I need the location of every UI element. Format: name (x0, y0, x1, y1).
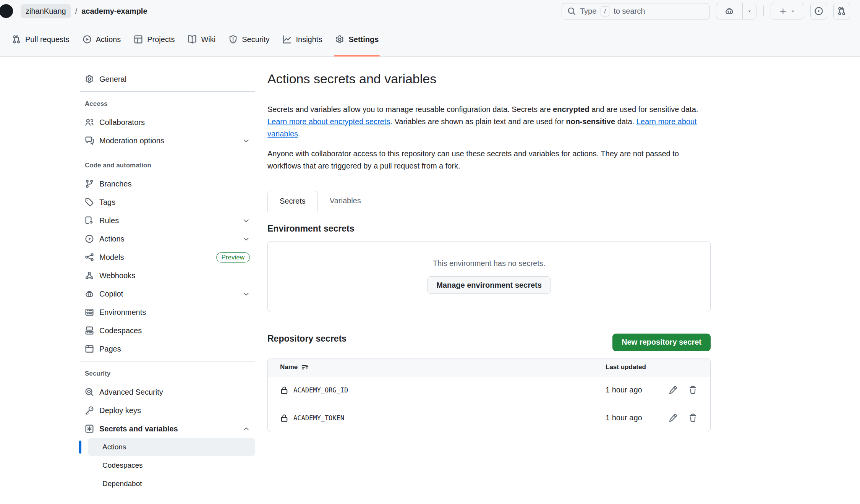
sidebar-item-advanced-security[interactable]: Advanced Security (80, 383, 255, 401)
delete-secret-button[interactable] (685, 410, 700, 426)
copilot-icon[interactable] (716, 3, 742, 19)
sidebar-item-general[interactable]: General (80, 70, 255, 88)
sidebar-item-webhooks[interactable]: Webhooks (80, 266, 255, 285)
link-encrypted-secrets[interactable]: Learn more about encrypted secrets (267, 117, 390, 126)
name-column-header[interactable]: Name (280, 363, 606, 371)
sidebar-subitem-dependabot[interactable]: Dependabot (88, 475, 255, 493)
github-settings-page: zihanKuang / academy-example Type / to s… (0, 0, 860, 504)
tab-secrets[interactable]: Secrets (267, 191, 318, 212)
tab-label: Actions (96, 35, 121, 44)
sidebar-item-label: Moderation options (99, 136, 237, 145)
main-content: Actions secrets and variables Secrets an… (267, 57, 711, 447)
chevron-down-icon (243, 217, 250, 224)
manage-environment-secrets-button[interactable]: Manage environment secrets (427, 276, 551, 294)
tab-settings[interactable]: Settings (329, 22, 385, 57)
sidebar-item-rules[interactable]: Rules (80, 211, 255, 230)
table-header-row: Name Last updated (268, 358, 710, 376)
pencil-icon (669, 413, 677, 422)
sidebar-item-label: Models (99, 253, 211, 262)
chevron-down-icon (243, 137, 250, 144)
gear-icon (85, 75, 94, 84)
tab-label: Variables (330, 196, 361, 205)
sidebar-item-codespaces[interactable]: Codespaces (80, 321, 255, 340)
intro-paragraph: Secrets and variables allow you to manag… (267, 103, 707, 140)
secrets-variables-tabnav: Secrets Variables (267, 190, 711, 212)
breadcrumb-owner[interactable]: zihanKuang (21, 4, 71, 18)
edit-secret-button[interactable] (665, 382, 680, 398)
tab-projects[interactable]: Projects (127, 22, 181, 57)
sidebar-item-deploy-keys[interactable]: Deploy keys (80, 401, 255, 420)
copilot-button[interactable] (716, 3, 756, 19)
sidebar-subitem-actions[interactable]: Actions (88, 438, 255, 456)
tab-label: Secrets (280, 197, 306, 206)
sidebar-item-actions[interactable]: Actions (80, 230, 255, 248)
header-row: zihanKuang / academy-example Type / to s… (0, 0, 860, 22)
tab-label: Insights (296, 35, 322, 44)
secret-name: ACADEMY_ORG_ID (293, 386, 348, 394)
sidebar-item-pages[interactable]: Pages (80, 340, 255, 358)
create-new-button[interactable] (771, 3, 804, 19)
tab-label: Security (242, 35, 269, 44)
sidebar-subitem-codespaces[interactable]: Codespaces (88, 456, 255, 475)
chevron-down-icon (243, 235, 250, 243)
sidebar-item-tags[interactable]: Tags (80, 193, 255, 211)
sidebar-item-environments[interactable]: Environments (80, 303, 255, 321)
key-icon (85, 406, 94, 415)
tab-actions[interactable]: Actions (76, 22, 128, 57)
github-logo[interactable] (0, 4, 13, 18)
intro-text: . Variables are shown as plain text and … (390, 117, 566, 126)
last-updated-value: 1 hour ago (606, 413, 663, 422)
search-input[interactable]: Type / to search (562, 3, 710, 19)
rules-icon (85, 216, 94, 225)
pull-requests-button[interactable] (833, 3, 850, 19)
page-title: Actions secrets and variables (267, 70, 711, 87)
sidebar-subitem-label: Dependabot (102, 480, 142, 488)
collaborator-note: Anyone with collaborator access to this … (267, 147, 707, 172)
tab-wiki[interactable]: Wiki (181, 22, 222, 57)
intro-text: Secrets and variables allow you to manag… (267, 105, 553, 113)
play-circle-icon (85, 234, 94, 243)
pencil-icon (669, 386, 677, 394)
tab-variables[interactable]: Variables (318, 190, 373, 212)
copilot-dropdown[interactable] (742, 3, 756, 19)
sidebar-item-copilot[interactable]: Copilot (80, 285, 255, 303)
tab-label: Pull requests (25, 35, 70, 44)
sidebar-item-label: Rules (99, 216, 237, 225)
table-row: ACADEMY_TOKEN 1 hour ago (268, 404, 710, 432)
copilot-icon (85, 289, 94, 298)
sidebar-item-branches[interactable]: Branches (80, 175, 255, 193)
secret-name-cell: ACADEMY_ORG_ID (280, 386, 606, 394)
intro-bold-non-sensitive: non-sensitive (566, 117, 615, 126)
gear-icon (335, 35, 344, 44)
sidebar-item-secrets-and-variables[interactable]: Secrets and variables (80, 420, 255, 438)
sidebar-item-models[interactable]: Models Preview (80, 248, 255, 266)
sidebar-item-label: Pages (99, 345, 250, 353)
sidebar-subitem-label: Codespaces (102, 461, 143, 470)
edit-secret-button[interactable] (665, 410, 680, 426)
page-body: General Access Collaborators Moderation … (0, 57, 860, 493)
tab-pull-requests[interactable]: Pull requests (5, 22, 76, 57)
settings-sidebar: General Access Collaborators Moderation … (80, 57, 255, 493)
plus-icon (779, 8, 787, 15)
play-circle-icon (83, 35, 92, 44)
tab-insights[interactable]: Insights (276, 22, 329, 57)
repository-secrets-header: Repository secrets New repository secret (267, 334, 711, 351)
shield-icon (228, 35, 238, 44)
sidebar-item-label: Collaborators (99, 118, 250, 127)
sidebar-item-collaborators[interactable]: Collaborators (80, 113, 255, 131)
lock-icon (280, 386, 288, 394)
tab-security[interactable]: Security (222, 22, 276, 57)
issues-button[interactable] (810, 3, 827, 19)
sidebar-divider (80, 91, 255, 92)
chevron-down-icon (243, 290, 250, 298)
column-label: Name (280, 363, 298, 371)
breadcrumb-repo[interactable]: academy-example (81, 7, 147, 16)
sidebar-item-moderation-options[interactable]: Moderation options (80, 131, 255, 150)
comment-discussion-icon (85, 136, 94, 145)
tab-label: Projects (147, 35, 175, 44)
lock-icon (280, 414, 288, 422)
new-repository-secret-button[interactable]: New repository secret (612, 334, 711, 351)
environment-empty-text: This environment has no secrets. (433, 259, 546, 268)
codespaces-icon (85, 326, 94, 335)
delete-secret-button[interactable] (685, 382, 700, 398)
